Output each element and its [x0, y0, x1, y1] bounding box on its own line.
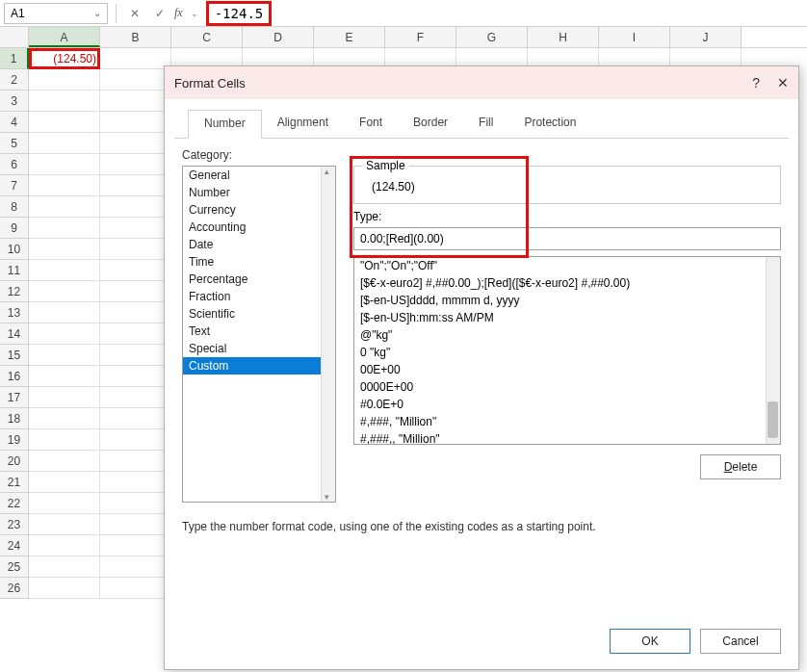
row-header[interactable]: 8 [0, 196, 29, 218]
cell[interactable] [29, 535, 100, 556]
cell[interactable] [29, 408, 100, 429]
cell[interactable] [29, 112, 100, 133]
cell[interactable] [29, 281, 100, 302]
category-listbox[interactable]: GeneralNumberCurrencyAccountingDateTimeP… [182, 166, 336, 503]
category-item[interactable]: Date [183, 236, 335, 253]
cell[interactable] [100, 154, 171, 175]
row-header[interactable]: 5 [0, 133, 29, 154]
delete-button[interactable]: Delete [700, 454, 781, 479]
format-code-item[interactable]: #0.0E+0 [354, 396, 780, 413]
cell[interactable] [100, 302, 171, 323]
cell[interactable] [29, 69, 100, 90]
cell[interactable] [100, 175, 171, 196]
format-code-item[interactable]: 0000E+00 [354, 378, 780, 396]
row-header[interactable]: 4 [0, 112, 29, 133]
column-header[interactable]: B [100, 27, 171, 47]
category-item[interactable]: Currency [183, 201, 335, 219]
cell[interactable] [29, 429, 100, 451]
cell[interactable] [100, 90, 171, 112]
close-icon[interactable]: ✕ [777, 75, 789, 90]
row-header[interactable]: 11 [0, 260, 29, 281]
cell[interactable] [100, 387, 171, 408]
category-item[interactable]: Custom [183, 357, 335, 375]
column-header[interactable]: G [456, 27, 528, 47]
column-header[interactable]: D [243, 27, 314, 47]
cancel-button[interactable]: Cancel [700, 629, 781, 654]
category-item[interactable]: Time [183, 253, 335, 271]
row-header[interactable]: 24 [0, 535, 29, 556]
cell[interactable] [100, 514, 171, 535]
category-item[interactable]: Special [183, 340, 335, 357]
cell[interactable] [100, 48, 171, 69]
category-item[interactable]: Scientific [183, 305, 335, 323]
row-header[interactable]: 14 [0, 323, 29, 345]
cell[interactable] [29, 323, 100, 345]
help-icon[interactable]: ? [752, 75, 760, 90]
cell[interactable] [100, 196, 171, 218]
column-header[interactable]: H [528, 27, 599, 47]
row-header[interactable]: 19 [0, 429, 29, 451]
cell[interactable] [29, 451, 100, 472]
cell[interactable] [100, 408, 171, 429]
row-header[interactable]: 26 [0, 578, 29, 599]
cell[interactable] [100, 429, 171, 451]
cell[interactable] [29, 578, 100, 599]
cell[interactable] [29, 556, 100, 578]
cell[interactable] [100, 451, 171, 472]
enter-formula-icon[interactable]: ✓ [149, 3, 170, 24]
tab-fill[interactable]: Fill [463, 110, 508, 139]
chevron-down-icon[interactable]: ⌄ [191, 9, 198, 18]
tab-protection[interactable]: Protection [508, 110, 591, 139]
cell[interactable] [100, 281, 171, 302]
category-item[interactable]: Percentage [183, 271, 335, 288]
format-code-item[interactable]: [$-en-US]dddd, mmmm d, yyyy [354, 292, 780, 309]
column-header[interactable]: E [314, 27, 385, 47]
row-header[interactable]: 12 [0, 281, 29, 302]
scrollbar[interactable] [766, 257, 780, 444]
cell[interactable] [29, 196, 100, 218]
row-header[interactable]: 6 [0, 154, 29, 175]
cell[interactable] [100, 535, 171, 556]
cell[interactable] [29, 154, 100, 175]
ok-button[interactable]: OK [610, 629, 690, 654]
cell[interactable] [29, 366, 100, 387]
row-header[interactable]: 7 [0, 175, 29, 196]
row-header[interactable]: 25 [0, 556, 29, 578]
cell[interactable] [29, 218, 100, 239]
cell[interactable] [100, 472, 171, 493]
fx-icon[interactable]: fx [174, 6, 183, 20]
cell[interactable] [29, 133, 100, 154]
cell[interactable] [100, 556, 171, 578]
tab-alignment[interactable]: Alignment [262, 110, 344, 139]
row-header[interactable]: 23 [0, 514, 29, 535]
tab-number[interactable]: Number [188, 110, 262, 139]
format-code-item[interactable]: [$-en-US]h:mm:ss AM/PM [354, 309, 780, 326]
cell[interactable] [100, 493, 171, 514]
cancel-formula-icon[interactable]: ✕ [124, 3, 145, 24]
row-header[interactable]: 1 [0, 48, 29, 69]
row-header[interactable]: 3 [0, 90, 29, 112]
row-header[interactable]: 15 [0, 345, 29, 366]
cell[interactable] [100, 133, 171, 154]
cell[interactable] [29, 175, 100, 196]
cell[interactable] [100, 260, 171, 281]
row-header[interactable]: 18 [0, 408, 29, 429]
column-header[interactable]: F [385, 27, 456, 47]
row-header[interactable]: 20 [0, 451, 29, 472]
format-code-item[interactable]: 0 "kg" [354, 344, 780, 361]
row-header[interactable]: 13 [0, 302, 29, 323]
row-header[interactable]: 22 [0, 493, 29, 514]
cell[interactable]: (124.50) [29, 48, 100, 69]
column-header[interactable]: A [29, 27, 100, 47]
row-header[interactable]: 9 [0, 218, 29, 239]
category-item[interactable]: Number [183, 184, 335, 201]
format-code-item[interactable]: #,###, "Million" [354, 413, 780, 430]
column-header[interactable]: I [599, 27, 670, 47]
cell[interactable] [100, 578, 171, 599]
cell[interactable] [100, 239, 171, 260]
tab-border[interactable]: Border [398, 110, 463, 139]
format-code-item[interactable]: "On";"On";"Off" [354, 257, 780, 274]
formula-input[interactable]: -124.5 [206, 1, 273, 26]
cell[interactable] [29, 239, 100, 260]
cell[interactable] [29, 302, 100, 323]
